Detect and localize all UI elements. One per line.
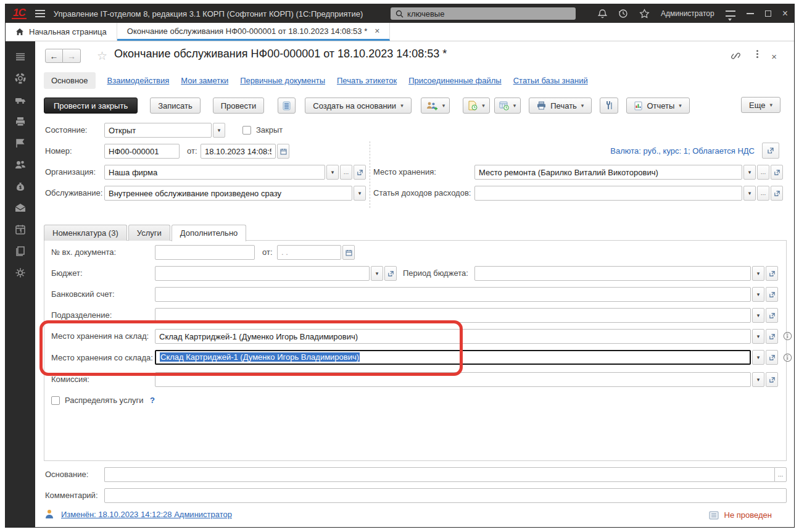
income-item-choose-button[interactable]: …: [757, 186, 769, 201]
income-item-input[interactable]: [474, 186, 742, 201]
storage-to-open-button[interactable]: [766, 329, 778, 344]
storage-from-dropdown-button[interactable]: ▾: [752, 350, 764, 365]
service-menu-icon[interactable]: [726, 10, 735, 17]
bank-account-input[interactable]: [155, 287, 751, 302]
budget-period-input[interactable]: [474, 266, 751, 281]
help-question-icon[interactable]: ?: [150, 393, 155, 408]
scheduled-jobs-button[interactable]: ▾: [494, 98, 521, 114]
print-button[interactable]: Печать ▾: [529, 98, 592, 114]
nav-interactions[interactable]: Взаимодействия: [107, 76, 170, 85]
service-dropdown-button[interactable]: ▾: [354, 186, 366, 201]
calendar-icon[interactable]: [277, 144, 289, 159]
info-icon[interactable]: [783, 331, 792, 343]
register-records-button[interactable]: [278, 98, 296, 114]
global-search-input[interactable]: ключевые: [391, 7, 576, 20]
organization-input[interactable]: [104, 165, 325, 180]
income-item-dropdown-button[interactable]: ▾: [743, 186, 756, 201]
nav-my-notes[interactable]: Мои заметки: [181, 76, 228, 85]
tab-additional[interactable]: Дополнительно: [172, 225, 247, 241]
storage-open-button[interactable]: [771, 165, 783, 180]
reminder-button[interactable]: ▾: [463, 98, 490, 114]
closed-checkbox[interactable]: [242, 126, 251, 135]
storage-from-open-button[interactable]: [766, 350, 778, 365]
tab-nomenclature[interactable]: Номенклатура (3): [44, 225, 127, 241]
sidebar-item-employees[interactable]: [14, 158, 27, 172]
commission-input[interactable]: [155, 372, 751, 387]
budget-input[interactable]: [155, 266, 370, 281]
budget-open-button[interactable]: [384, 266, 397, 281]
distribute-services-checkbox[interactable]: [51, 396, 60, 405]
current-user[interactable]: Администратор: [661, 9, 714, 18]
sidebar-item-logistics[interactable]: [14, 93, 27, 107]
sidebar-item-finance[interactable]: [14, 180, 27, 193]
incoming-doc-input[interactable]: [155, 245, 255, 260]
state-input[interactable]: [104, 123, 212, 138]
tab-document[interactable]: Окончание обслуживания НФ00-000001 от 18…: [117, 23, 391, 41]
department-input[interactable]: [155, 308, 751, 323]
get-link-icon[interactable]: [731, 51, 741, 62]
nav-attached-files[interactable]: Присоединенные файлы: [408, 76, 502, 85]
tab-services[interactable]: Услуги: [128, 225, 170, 241]
info-icon[interactable]: [783, 353, 792, 364]
incoming-date-input[interactable]: . .: [277, 245, 341, 260]
back-button[interactable]: ←: [45, 49, 63, 63]
organization-open-button[interactable]: [354, 165, 366, 180]
sidebar-item-tasks[interactable]: [14, 136, 27, 150]
department-open-button[interactable]: [766, 308, 778, 323]
sidebar-item-mail[interactable]: [14, 201, 27, 215]
department-dropdown-button[interactable]: ▾: [752, 308, 764, 323]
bank-account-dropdown-button[interactable]: ▾: [752, 287, 764, 302]
modified-link[interactable]: Изменён: 18.10.2023 14:12:28 Администрат…: [61, 510, 232, 519]
storage-dropdown-button[interactable]: ▾: [743, 165, 756, 180]
create-on-base-button[interactable]: Создать на основании ▾: [305, 98, 411, 114]
storage-input[interactable]: [474, 165, 742, 180]
commission-open-button[interactable]: [766, 372, 778, 387]
state-dropdown-button[interactable]: ▾: [213, 123, 225, 138]
storage-from-warehouse-input[interactable]: Склад Картриджей-1 (Думенко Игорь Владим…: [155, 350, 751, 365]
sidebar-item-desktop[interactable]: [14, 50, 27, 64]
calendar-icon[interactable]: [342, 245, 355, 260]
create-task-button[interactable]: ▾: [421, 98, 450, 114]
tab-home[interactable]: Начальная страница: [6, 23, 117, 41]
storage-to-dropdown-button[interactable]: ▾: [752, 329, 764, 344]
bank-account-open-button[interactable]: [766, 287, 778, 302]
comment-input[interactable]: [104, 488, 787, 503]
budget-dropdown-button[interactable]: ▾: [371, 266, 383, 281]
post-and-close-button[interactable]: Провести и закрыть: [44, 98, 138, 114]
budget-period-open-button[interactable]: [766, 266, 778, 281]
number-input[interactable]: [104, 144, 180, 159]
sidebar-item-calendar[interactable]: [14, 223, 27, 236]
window-close-button[interactable]: ×: [782, 10, 788, 17]
nav-primary-documents[interactable]: Первичные документы: [240, 76, 325, 85]
forward-button[interactable]: →: [63, 49, 81, 63]
post-button[interactable]: Провести: [213, 98, 265, 114]
window-minimize-button[interactable]: [747, 13, 754, 14]
currency-open-button[interactable]: [762, 143, 779, 159]
storage-choose-button[interactable]: …: [757, 165, 769, 180]
income-item-open-button[interactable]: [771, 186, 783, 201]
notifications-bell-icon[interactable]: [598, 9, 607, 19]
currency-link[interactable]: Валюта: руб., курс: 1; Облагается НДС: [610, 144, 755, 159]
sidebar-item-helpdesk[interactable]: [14, 72, 27, 85]
service-input[interactable]: [104, 186, 352, 201]
sidebar-item-documents[interactable]: [14, 244, 27, 258]
organization-choose-button[interactable]: …: [340, 165, 352, 180]
date-input[interactable]: [201, 144, 276, 159]
nav-label-printing[interactable]: Печать этикеток: [337, 76, 397, 85]
main-menu-icon[interactable]: [35, 10, 45, 17]
nav-knowledge-base[interactable]: Статьи базы знаний: [513, 76, 588, 85]
reports-button[interactable]: Отчеты ▾: [626, 98, 689, 114]
sidebar-item-printing[interactable]: [14, 115, 27, 128]
commission-dropdown-button[interactable]: ▾: [752, 372, 764, 387]
save-button[interactable]: Записать: [150, 98, 201, 114]
sidebar-item-settings[interactable]: [14, 266, 27, 280]
storage-to-warehouse-input[interactable]: [155, 329, 751, 344]
more-menu-kebab-icon[interactable]: [756, 50, 758, 52]
budget-period-dropdown-button[interactable]: ▾: [752, 266, 764, 281]
history-icon[interactable]: [618, 9, 628, 19]
tab-close-icon[interactable]: ×: [375, 26, 379, 36]
favorites-star-icon[interactable]: [639, 9, 650, 19]
window-maximize-button[interactable]: [765, 10, 771, 17]
basis-input[interactable]: [104, 467, 774, 482]
favorite-star-icon[interactable]: ☆: [97, 49, 107, 63]
